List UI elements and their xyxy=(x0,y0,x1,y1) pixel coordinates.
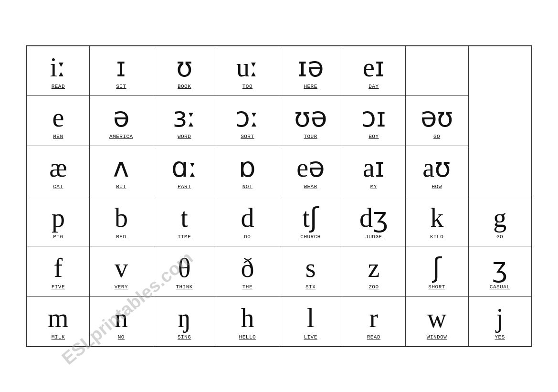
ipa-word: CASUAL xyxy=(490,284,510,290)
cell-inner: ʊəTOUR xyxy=(281,99,340,144)
ipa-word: FIVE xyxy=(52,284,65,290)
ipa-cell: əʊGO xyxy=(405,96,468,146)
ipa-word: BOOK xyxy=(178,84,191,89)
ipa-symbol: iː xyxy=(50,53,67,83)
cell-inner: θTHINK xyxy=(155,249,214,294)
ipa-cell: nNO xyxy=(90,297,153,347)
ipa-word: READ xyxy=(52,84,65,89)
ipa-word: BOY xyxy=(368,134,379,139)
ipa-word: MY xyxy=(370,184,377,190)
ipa-word: DO xyxy=(244,234,251,240)
ipa-symbol: m xyxy=(48,304,69,333)
ipa-symbol: w xyxy=(427,304,446,333)
ipa-cell: jYES xyxy=(468,297,531,347)
ipa-cell xyxy=(405,46,468,96)
ipa-cell: ɜːWORD xyxy=(153,96,216,146)
ipa-cell: vVERY xyxy=(90,246,153,297)
ipa-symbol: æ xyxy=(49,153,67,183)
ipa-word: THE xyxy=(242,284,253,290)
ipa-symbol: v xyxy=(115,254,128,283)
ipa-word: PIG xyxy=(53,234,63,240)
cell-inner: tTIME xyxy=(155,199,214,244)
ipa-symbol: dʒ xyxy=(359,203,388,233)
cell-inner: ɑːPART xyxy=(155,149,214,194)
ipa-word: TOO xyxy=(242,84,253,89)
cell-inner: dʒJUDGE xyxy=(344,199,403,244)
ipa-cell: θTHINK xyxy=(153,246,216,297)
ipa-cell: pPIG xyxy=(27,196,90,246)
ipa-symbol: ŋ xyxy=(178,304,191,333)
ipa-cell: tTIME xyxy=(153,196,216,246)
cell-inner: ʃSHORT xyxy=(408,249,466,294)
ipa-symbol: b xyxy=(115,203,128,233)
cell-inner: eMEN xyxy=(29,99,88,144)
ipa-cell: ɑːPART xyxy=(153,146,216,196)
ipa-word: SIX xyxy=(305,284,316,290)
ipa-symbol: f xyxy=(54,254,63,283)
ipa-cell: ɒNOT xyxy=(216,146,279,196)
cell-inner: hHELLO xyxy=(218,299,277,344)
ipa-cell: wWINDOW xyxy=(405,297,468,347)
cell-inner: ɪəHERE xyxy=(281,49,340,94)
cell-inner: pPIG xyxy=(29,199,88,244)
ipa-word: SING xyxy=(178,334,191,340)
ipa-word: HERE xyxy=(304,84,317,89)
ipa-word: BED xyxy=(116,234,126,240)
ipa-cell: mMILK xyxy=(27,297,90,347)
ipa-cell: rREAD xyxy=(342,297,405,347)
ipa-word: READ xyxy=(367,334,380,340)
table-row: fFIVEvVERYθTHINKðTHEsSIXzZOOʃSHORTʒCASUA… xyxy=(27,246,532,297)
ipa-cell: aɪMY xyxy=(342,146,405,196)
ipa-symbol: g xyxy=(493,203,506,233)
table-row: eMENəAMERICAɜːWORDɔːSORTʊəTOURɔɪBOYəʊGO xyxy=(27,96,532,146)
cell-inner: fFIVE xyxy=(29,249,88,294)
ipa-table: iːREADɪSITʊBOOKuːTOOɪəHEREeɪDAYeMENəAMER… xyxy=(26,45,532,347)
ipa-symbol: əʊ xyxy=(421,103,453,133)
ipa-cell: æCAT xyxy=(27,146,90,196)
ipa-symbol: ə xyxy=(113,103,129,133)
ipa-cell: hHELLO xyxy=(216,297,279,347)
ipa-cell: aʊHOW xyxy=(405,146,468,196)
cell-inner: uːTOO xyxy=(218,49,277,94)
ipa-word: HELLO xyxy=(239,334,256,340)
ipa-word: TOUR xyxy=(304,134,317,139)
ipa-symbol: ɜː xyxy=(173,103,196,133)
cell-inner: gGO xyxy=(471,199,529,244)
ipa-cell: gGO xyxy=(468,196,531,246)
cell-inner: wWINDOW xyxy=(408,299,466,344)
ipa-symbol: p xyxy=(52,203,65,233)
ipa-symbol: ʌ xyxy=(113,153,129,183)
ipa-cell: lLIVE xyxy=(279,297,342,347)
ipa-symbol: ʊ xyxy=(176,53,193,83)
ipa-symbol: θ xyxy=(178,254,191,283)
ipa-symbol: tʃ xyxy=(302,203,319,233)
ipa-symbol: l xyxy=(307,304,315,333)
cell-inner: ʒCASUAL xyxy=(471,249,529,294)
ipa-cell: dʒJUDGE xyxy=(342,196,405,246)
ipa-symbol: ɔɪ xyxy=(361,103,386,133)
cell-inner: tʃCHURCH xyxy=(281,199,340,244)
cell-inner: lLIVE xyxy=(281,299,340,344)
cell-inner: ɔɪBOY xyxy=(344,99,403,144)
ipa-word: VERY xyxy=(115,284,128,290)
ipa-symbol: ɑː xyxy=(171,153,198,183)
ipa-symbol: ɪə xyxy=(297,53,324,83)
cell-inner: iːREAD xyxy=(29,49,88,94)
ipa-word: DAY xyxy=(368,84,379,89)
cell-inner: æCAT xyxy=(29,149,88,194)
cell-inner: eəWEAR xyxy=(281,149,340,194)
ipa-symbol: ɒ xyxy=(239,153,256,183)
ipa-word: WINDOW xyxy=(427,334,447,340)
ipa-symbol: ʒ xyxy=(492,254,507,283)
ipa-cell: tʃCHURCH xyxy=(279,196,342,246)
cell-inner: ɜːWORD xyxy=(155,99,214,144)
ipa-symbol: e xyxy=(52,103,64,133)
ipa-symbol: t xyxy=(180,203,188,233)
ipa-cell: uːTOO xyxy=(216,46,279,96)
ipa-word: NOT xyxy=(242,184,253,190)
ipa-symbol: eɪ xyxy=(363,53,385,83)
ipa-word: CHURCH xyxy=(300,234,321,240)
ipa-symbol: ð xyxy=(241,254,254,283)
ipa-symbol: n xyxy=(115,304,128,333)
cell-inner: aʊHOW xyxy=(408,149,466,194)
